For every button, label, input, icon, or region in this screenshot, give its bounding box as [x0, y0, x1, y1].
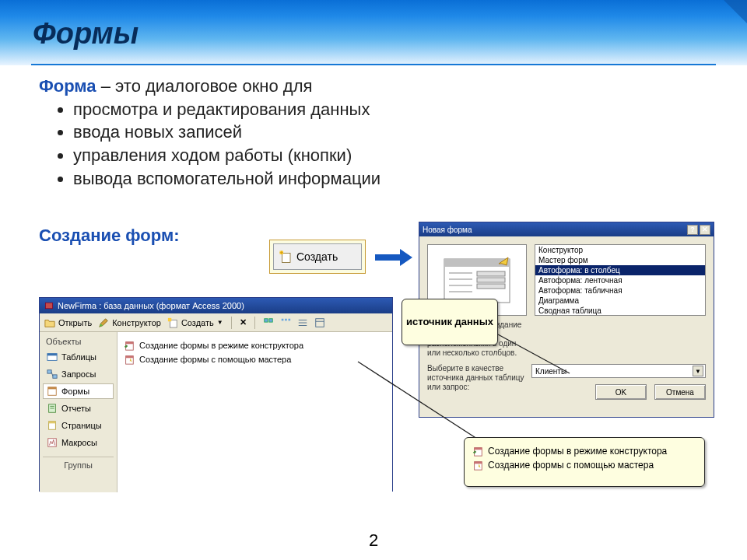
sidebar-macros-label: Макросы	[61, 438, 97, 447]
access-title-text: NewFirma : база данных (формат Access 20…	[58, 301, 244, 310]
slide-title: Формы	[33, 17, 139, 51]
dialog-title-text: Новая форма	[423, 226, 472, 234]
main-item-wizard[interactable]: Создание формы с помощью мастера	[124, 352, 386, 366]
sidebar-pages[interactable]: Страницы	[43, 418, 114, 433]
sidebar-reports[interactable]: Отчеты	[43, 401, 114, 416]
toolbar-design[interactable]: Конструктор	[98, 317, 161, 328]
list-icon	[297, 317, 308, 328]
toolbar-view-details[interactable]	[314, 317, 325, 328]
create-button-label: Создать	[296, 250, 338, 263]
main-item-wizard-label: Создание формы с помощью мастера	[139, 355, 291, 364]
svg-rect-13	[288, 318, 290, 320]
bullet-2: ввода новых записей	[73, 121, 381, 144]
macro-icon	[47, 437, 58, 448]
sidebar-header: Объекты	[43, 335, 114, 348]
page-number: 2	[0, 530, 747, 551]
chevron-down-icon: ▼	[695, 368, 701, 375]
svg-rect-25	[48, 387, 57, 390]
header-underline	[31, 64, 716, 65]
toolbar-view-small[interactable]	[280, 317, 291, 328]
term: Форма	[39, 76, 96, 96]
svg-rect-30	[49, 422, 56, 424]
bullet-4: вывода вспомогательной информации	[73, 167, 381, 191]
corner-accent	[724, 0, 747, 23]
option-pivot[interactable]: Сводная таблица	[535, 306, 705, 316]
ok-label: OK	[615, 388, 626, 397]
svg-rect-42	[477, 271, 505, 276]
sidebar-tables[interactable]: Таблицы	[43, 349, 114, 365]
toolbar-view-list[interactable]	[297, 317, 308, 328]
toolbar-open-label: Открыть	[58, 318, 92, 327]
definition-block: Форма – это диалоговое окно для просмотр…	[39, 75, 381, 190]
bullet-1: просмотра и редактирования данных	[73, 98, 381, 121]
svg-rect-44	[477, 284, 505, 289]
bullet-3: управления ходом работы (кнопки)	[73, 144, 381, 167]
access-sidebar: Объекты Таблицы Запросы Формы Отчеты Стр…	[40, 332, 117, 492]
access-main-area: Создание формы в режиме конструктора Соз…	[117, 332, 392, 492]
svg-marker-5	[400, 249, 412, 266]
dialog-titlebar[interactable]: Новая форма ? ✕	[419, 222, 714, 236]
large-icons-icon	[263, 317, 274, 328]
form-designer-icon	[124, 340, 135, 351]
svg-rect-48	[475, 448, 482, 450]
help-button[interactable]: ?	[687, 225, 698, 235]
create-button[interactable]: Создать	[273, 243, 362, 270]
source-combobox-arrow[interactable]: ▼	[693, 366, 703, 376]
sidebar-macros[interactable]: Макросы	[43, 435, 114, 450]
access-app-icon	[44, 301, 54, 310]
subhead: Создание форм:	[39, 226, 179, 246]
callout-source-text: источник данных	[406, 316, 493, 328]
toolbar-create[interactable]: Создать ▼	[167, 317, 223, 328]
toolbar-open[interactable]: Открыть	[44, 317, 92, 328]
option-autotape[interactable]: Автоформа: ленточная	[535, 275, 705, 285]
option-diagram[interactable]: Диаграмма	[535, 296, 705, 306]
access-titlebar[interactable]: NewFirma : база данных (формат Access 20…	[40, 298, 392, 313]
dropdown-arrow-icon: ▼	[217, 319, 223, 326]
svg-rect-4	[375, 254, 400, 261]
svg-rect-10	[269, 318, 272, 321]
create-icon	[167, 317, 178, 328]
form-wizard-icon	[124, 354, 135, 365]
form-type-list[interactable]: Конструктор Мастер форм Автоформа: в сто…	[535, 244, 706, 316]
svg-marker-8	[168, 317, 171, 320]
ok-button[interactable]: OK	[595, 384, 647, 400]
svg-line-23	[51, 372, 53, 376]
cancel-button[interactable]: Отмена	[654, 384, 706, 400]
form-icon	[47, 386, 58, 397]
table-icon	[47, 352, 58, 362]
definition-tail: – это диалоговое окно для	[96, 76, 313, 96]
page-icon	[47, 420, 58, 431]
svg-rect-31	[48, 439, 57, 447]
details-icon	[314, 317, 325, 328]
callout-forms-item-1: Создание формы в режиме конструктора	[488, 446, 667, 457]
report-icon	[47, 403, 58, 414]
svg-rect-22	[53, 375, 57, 378]
sidebar-forms-label: Формы	[61, 387, 89, 396]
toolbar-view-large[interactable]	[263, 317, 274, 328]
small-icons-icon	[280, 317, 291, 328]
svg-rect-17	[315, 318, 324, 327]
close-button[interactable]: ✕	[700, 225, 710, 235]
sidebar-groups: Группы	[43, 457, 114, 471]
option-autotable[interactable]: Автоформа: табличная	[535, 285, 705, 296]
main-item-designer[interactable]: Создание формы в режиме конструктора	[124, 338, 386, 352]
option-autocolumn[interactable]: Автоформа: в столбец	[535, 265, 705, 275]
sidebar-queries[interactable]: Запросы	[43, 366, 114, 382]
svg-rect-6	[46, 303, 53, 309]
option-constructor[interactable]: Конструктор	[535, 245, 705, 255]
svg-rect-43	[477, 278, 505, 282]
svg-rect-11	[281, 318, 283, 320]
access-db-window: NewFirma : база данных (формат Access 20…	[39, 297, 393, 492]
sidebar-forms[interactable]: Формы	[43, 383, 114, 399]
toolbar-separator	[254, 317, 255, 329]
sidebar-tables-label: Таблицы	[61, 352, 96, 362]
toolbar-delete[interactable]: ✕	[240, 317, 247, 327]
svg-rect-12	[285, 318, 287, 320]
svg-rect-21	[47, 370, 51, 373]
open-icon	[44, 317, 55, 328]
design-icon	[98, 317, 109, 328]
svg-rect-50	[475, 462, 482, 464]
option-wizard[interactable]: Мастер форм	[535, 255, 705, 265]
svg-rect-35	[126, 356, 134, 359]
toolbar-separator	[231, 317, 232, 329]
